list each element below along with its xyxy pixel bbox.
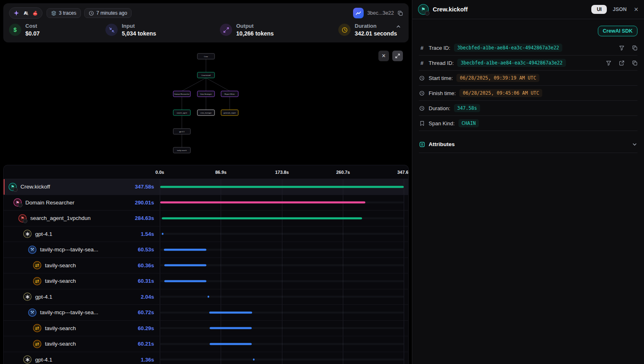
sdk-badge[interactable]: CrewAI SDK bbox=[598, 26, 637, 36]
timeline-row[interactable]: ⇄tavily-search60.31s bbox=[4, 273, 408, 289]
row-label: gpt-4.1 bbox=[35, 294, 52, 300]
graph-edge bbox=[206, 78, 230, 91]
time-ago-label: 7 minutes ago bbox=[96, 10, 127, 16]
svg-text:generate_report: generate_report bbox=[224, 112, 236, 114]
row-label: search_agent_1vpchdun bbox=[30, 215, 91, 221]
detail-field-thread-id: #Thread ID:3becbfed-a1be-ae84-ea3c-49428… bbox=[419, 55, 637, 71]
timeline-row[interactable]: ⇄tavily-search60.29s bbox=[4, 321, 408, 337]
detail-field-span-kind: Span Kind:CHAIN bbox=[419, 116, 637, 131]
attributes-section[interactable]: Attributes bbox=[419, 136, 637, 153]
timeline-row[interactable]: ⚑Crew.kickoff347.58s bbox=[4, 179, 408, 195]
stat-label: Cost bbox=[25, 23, 40, 29]
svg-text:Domain Researcher: Domain Researcher bbox=[174, 93, 190, 95]
traces-count-badge[interactable]: 3 traces bbox=[47, 8, 81, 18]
row-label-cell: ⚑Crew.kickoff bbox=[4, 179, 112, 195]
row-duration: 60.36s bbox=[112, 258, 154, 273]
graph-node[interactable]: Domain Researcher bbox=[173, 91, 190, 97]
timeline-row[interactable]: gpt-4.11.36s bbox=[4, 352, 408, 364]
axis-ticks: 0.0s86.9s173.8s260.7s347.6s bbox=[160, 165, 404, 179]
row-duration: 60.21s bbox=[112, 336, 154, 352]
sparkle-logo-icon bbox=[12, 9, 20, 17]
timeline-row[interactable]: ⚒tavily-mcp---tavily-sea...60.72s bbox=[4, 305, 408, 321]
axis-tick: 173.8s bbox=[275, 170, 289, 175]
input-icon bbox=[105, 24, 118, 36]
row-bars bbox=[160, 273, 404, 289]
svg-text:tavily-search: tavily-search bbox=[177, 149, 187, 151]
openai-icon bbox=[23, 293, 31, 301]
shuffle-icon: ⇄ bbox=[33, 324, 41, 332]
detail-field-trace-id: #Trace ID:3becbfed-a1be-ae84-ea3c-494286… bbox=[419, 40, 637, 55]
row-label-cell: ⚑Domain Researcher bbox=[4, 195, 112, 211]
graph-node[interactable]: Crew bbox=[197, 53, 215, 59]
filter-icon[interactable] bbox=[619, 45, 624, 51]
chevron-down-icon[interactable] bbox=[632, 142, 637, 147]
graph-node[interactable]: gpt-4.1 bbox=[173, 129, 190, 134]
crewai-span-icon: ⚑ bbox=[418, 4, 429, 15]
crewai-teal-icon: ⚑ bbox=[9, 183, 17, 191]
detail-header: ⚑ Crew.kickoff UI JSON × bbox=[412, 0, 644, 19]
integration-logos: A\ bbox=[9, 7, 42, 19]
timeline-row[interactable]: ⚑search_agent_1vpchdun284.63s bbox=[4, 211, 408, 226]
row-bars bbox=[160, 179, 404, 195]
graph-controls: × bbox=[378, 51, 403, 61]
shuffle-icon: ⇄ bbox=[33, 277, 41, 285]
row-label-cell: gpt-4.1 bbox=[4, 289, 112, 305]
chart-button[interactable] bbox=[353, 8, 364, 18]
field-value: 3becbfed-a1be-ae84-ea3c-4942867a3e22 bbox=[457, 59, 566, 67]
filter-icon[interactable] bbox=[606, 60, 611, 66]
row-label-cell: ⚑search_agent_1vpchdun bbox=[4, 211, 112, 226]
field-label: Duration: bbox=[429, 105, 450, 111]
timeline: 0.0s86.9s173.8s260.7s347.6s ⚑Crew.kickof… bbox=[3, 165, 409, 364]
row-bars bbox=[160, 352, 404, 364]
row-duration: 1.36s bbox=[112, 352, 154, 364]
timeline-row[interactable]: gpt-4.11.54s bbox=[4, 226, 408, 242]
chevron-up-icon[interactable] bbox=[396, 24, 401, 31]
detail-field-start-time: Start time:06/28/2025, 09:39:19 AM UTC bbox=[419, 71, 637, 86]
field-label: Finish time: bbox=[429, 90, 456, 96]
stat-value: 342.01 seconds bbox=[355, 30, 397, 37]
graph-node[interactable]: Crew.kickoff bbox=[197, 72, 215, 78]
span-bar bbox=[253, 359, 255, 361]
clock-icon bbox=[419, 106, 425, 111]
timeline-row[interactable]: ⚒tavily-mcp---tavily-sea...60.53s bbox=[4, 242, 408, 258]
copy-icon[interactable] bbox=[398, 11, 403, 16]
expand-graph-button[interactable] bbox=[392, 51, 403, 61]
crewai-red-icon: ⚑ bbox=[18, 214, 27, 222]
span-bar bbox=[162, 217, 362, 219]
graph-node[interactable]: Report Writer bbox=[221, 91, 238, 97]
close-graph-button[interactable]: × bbox=[378, 51, 389, 61]
attributes-icon bbox=[419, 142, 425, 147]
dollar-icon: $ bbox=[9, 24, 21, 36]
row-duration: 60.53s bbox=[112, 242, 154, 257]
row-label: gpt-4.1 bbox=[35, 231, 52, 237]
graph-node[interactable]: generate_report bbox=[221, 110, 238, 115]
graph-node[interactable]: tavily-search bbox=[173, 147, 190, 153]
clock-icon bbox=[89, 11, 94, 16]
tab-ui[interactable]: UI bbox=[591, 5, 607, 14]
timeline-row[interactable]: ⇄tavily-search60.36s bbox=[4, 258, 408, 274]
timeline-row[interactable]: ⇄tavily-search60.21s bbox=[4, 336, 408, 352]
row-track bbox=[160, 311, 404, 313]
timeline-row[interactable]: gpt-4.12.04s bbox=[4, 289, 408, 305]
timeline-row[interactable]: ⚑Domain Researcher290.01s bbox=[4, 195, 408, 211]
graph-node[interactable]: search_agent bbox=[173, 110, 190, 115]
detail-fields: #Trace ID:3becbfed-a1be-ae84-ea3c-494286… bbox=[412, 40, 644, 131]
copy-icon[interactable] bbox=[632, 60, 637, 66]
shuffle-icon: ⇄ bbox=[33, 340, 41, 348]
timeline-rows: ⚑Crew.kickoff347.58s⚑Domain Researcher29… bbox=[4, 179, 408, 364]
row-label: Domain Researcher bbox=[25, 200, 74, 206]
tab-json[interactable]: JSON bbox=[613, 7, 626, 12]
row-label-cell: gpt-4.1 bbox=[4, 352, 112, 364]
output-icon bbox=[220, 24, 232, 36]
graph-node[interactable]: Data Strategist bbox=[197, 91, 215, 97]
hash-icon: # bbox=[419, 60, 425, 66]
row-track bbox=[160, 327, 404, 329]
clock-icon bbox=[419, 91, 425, 96]
field-value: 3becbfed-a1be-ae84-ea3c-4942867a3e22 bbox=[454, 44, 562, 52]
stat-label: Duration bbox=[355, 23, 397, 29]
trace-id-short: 3bec...3e22 bbox=[367, 10, 394, 16]
graph-node[interactable]: crew_manager bbox=[197, 110, 215, 115]
close-panel-icon[interactable]: × bbox=[634, 6, 638, 13]
copy-icon[interactable] bbox=[632, 45, 637, 51]
external-link-icon[interactable] bbox=[619, 60, 624, 66]
